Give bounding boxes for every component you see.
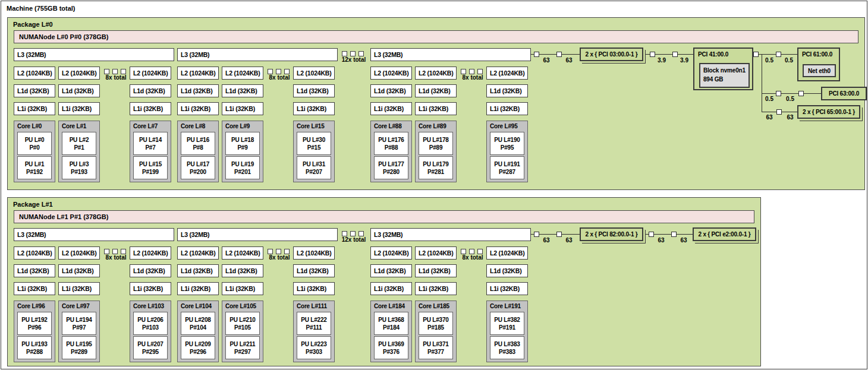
- pu-box: PU L#192P#96: [17, 312, 52, 335]
- pu-box: PU L#210P#105: [225, 312, 260, 335]
- ellipsis-square: [268, 249, 273, 254]
- pu-physical-label: P#297: [234, 348, 251, 356]
- l2-cache-box: L2 (1024KB): [130, 246, 171, 260]
- link-speed-label: 63: [763, 114, 775, 121]
- pu-box: PU L#191P#287: [490, 156, 524, 179]
- link-speed-label: 0.5: [783, 57, 795, 64]
- pu-logical-label: PU L#19: [231, 160, 254, 168]
- link-speed-label: 63: [561, 237, 577, 243]
- link-endpoint-square: [776, 91, 781, 96]
- core-box: Core L#191PU L#382P#191PU L#383P#383: [486, 301, 528, 362]
- pu-logical-label: PU L#2: [70, 136, 89, 144]
- l3-cache-box: L3 (32MB): [177, 228, 338, 241]
- pu-logical-label: PU L#191: [494, 160, 520, 168]
- ellipsis-square: [350, 231, 356, 236]
- pu-physical-label: P#0: [29, 144, 39, 151]
- l3-cache-box: L3 (32MB): [177, 48, 338, 61]
- core-box: Core L#9PU L#18P#9PU L#19P#201: [222, 121, 263, 182]
- ellipsis-square: [121, 249, 126, 254]
- ellipsis-square: [358, 231, 364, 236]
- link-endpoint-square: [776, 52, 781, 57]
- l1i-cache-box: L1i (32KB): [415, 282, 457, 295]
- pu-box: PU L#15P#199: [133, 156, 168, 179]
- pu-box: PU L#177P#280: [374, 156, 408, 179]
- pu-box: PU L#176P#88: [374, 132, 408, 155]
- pci-collapsed-box-65: 2 x { PCI 65:00.0-1 }: [797, 105, 860, 119]
- pu-box: PU L#179P#281: [419, 156, 453, 179]
- package-0: Package L#0 NUMANode L#0 P#0 (378GB) L3 …: [7, 17, 865, 190]
- pu-box: PU L#31P#207: [297, 156, 331, 179]
- pu-box: PU L#211P#297: [225, 336, 260, 359]
- l2-cache-box: L2 (1024KB): [58, 67, 100, 80]
- pu-logical-label: PU L#3: [70, 160, 89, 168]
- l3-more-label: 12x total: [337, 56, 370, 63]
- pu-physical-label: P#104: [190, 324, 206, 331]
- core-box: Core L#88PU L#176P#88PU L#177P#280: [370, 121, 412, 182]
- l2-more-label: 8x total: [456, 74, 489, 81]
- l3-more-label: 12x total: [337, 236, 370, 243]
- core-box: Core L#0PU L#0P#0PU L#1P#192: [14, 121, 55, 182]
- ellipsis-square: [284, 249, 290, 254]
- core-label: Core L#0: [17, 123, 42, 129]
- l2-cache-box: L2 (1024KB): [130, 67, 171, 80]
- pu-physical-label: P#376: [383, 348, 400, 356]
- pu-logical-label: PU L#207: [137, 340, 163, 348]
- link-endpoint-square: [798, 91, 804, 96]
- l1i-cache-box: L1i (32KB): [293, 102, 335, 115]
- core-box: Core L#111PU L#222P#111PU L#223P#303: [293, 301, 335, 362]
- l1i-cache-box: L1i (32KB): [58, 102, 100, 115]
- pu-logical-label: PU L#206: [137, 316, 163, 324]
- pu-logical-label: PU L#211: [230, 340, 256, 348]
- l2-cache-box: L2 (1024KB): [14, 246, 55, 260]
- core-box: Core L#8PU L#16P#8PU L#17P#200: [177, 121, 219, 182]
- l2-cache-box: L2 (1024KB): [222, 67, 263, 80]
- l2-cache-box: L2 (1024KB): [370, 246, 412, 260]
- pci-collapsed-box-e2: 2 x { PCI e2:00.0-1 }: [693, 227, 756, 241]
- ellipsis-square: [350, 51, 356, 56]
- core-box: Core L#7PU L#14P#7PU L#15P#199: [130, 121, 171, 182]
- core-box: Core L#95PU L#190P#95PU L#191P#287: [486, 121, 528, 182]
- ellipsis-square: [284, 69, 290, 74]
- pu-logical-label: PU L#31: [303, 160, 325, 168]
- ellipsis-square: [461, 69, 466, 74]
- link-speed-label: 63: [538, 237, 555, 243]
- pu-physical-label: P#1: [74, 144, 84, 151]
- pu-box: PU L#19P#201: [225, 156, 260, 179]
- l1i-cache-box: L1i (32KB): [130, 102, 171, 115]
- pu-physical-label: P#191: [499, 324, 515, 331]
- l1d-cache-box: L1d (32KB): [14, 264, 55, 277]
- pu-box: PU L#194P#97: [62, 312, 96, 335]
- pu-physical-label: P#95: [501, 144, 514, 151]
- ellipsis-square: [121, 69, 126, 74]
- l2-more-label: 8x total: [99, 74, 133, 81]
- pu-logical-label: PU L#369: [378, 340, 404, 348]
- l1i-cache-box: L1i (32KB): [130, 282, 171, 295]
- pu-box: PU L#193P#288: [17, 336, 52, 359]
- l1d-cache-box: L1d (32KB): [14, 84, 55, 97]
- l2-cache-box: L2 (1024KB): [486, 67, 528, 80]
- pu-physical-label: P#207: [306, 168, 322, 176]
- pu-physical-label: P#289: [71, 348, 87, 356]
- pu-logical-label: PU L#222: [301, 316, 326, 324]
- pu-physical-label: P#97: [73, 324, 86, 331]
- link-endpoint-square: [776, 109, 782, 115]
- link-endpoint-square: [534, 52, 539, 57]
- pu-logical-label: PU L#383: [494, 340, 520, 348]
- pci-link-line: [753, 54, 797, 55]
- pu-box: PU L#17P#200: [181, 156, 215, 179]
- l2-more-label: 8x total: [263, 74, 296, 81]
- ellipsis-square: [477, 249, 483, 254]
- pci-box-63: PCI 63:00.0: [821, 87, 867, 100]
- l3-cache-box: L3 (32MB): [370, 48, 531, 61]
- l2-cache-box: L2 (1024KB): [293, 246, 335, 260]
- pu-box: PU L#2P#1: [62, 132, 96, 155]
- ellipsis-square: [469, 69, 474, 74]
- ellipsis-square: [342, 231, 347, 236]
- l2-cache-box: L2 (1024KB): [486, 246, 528, 260]
- pu-logical-label: PU L#209: [185, 340, 210, 348]
- ellipsis-square: [112, 69, 118, 74]
- l1d-cache-box: L1d (32KB): [415, 84, 457, 97]
- pu-logical-label: PU L#193: [21, 340, 47, 348]
- link-endpoint-square: [650, 52, 655, 57]
- pu-logical-label: PU L#17: [187, 160, 209, 168]
